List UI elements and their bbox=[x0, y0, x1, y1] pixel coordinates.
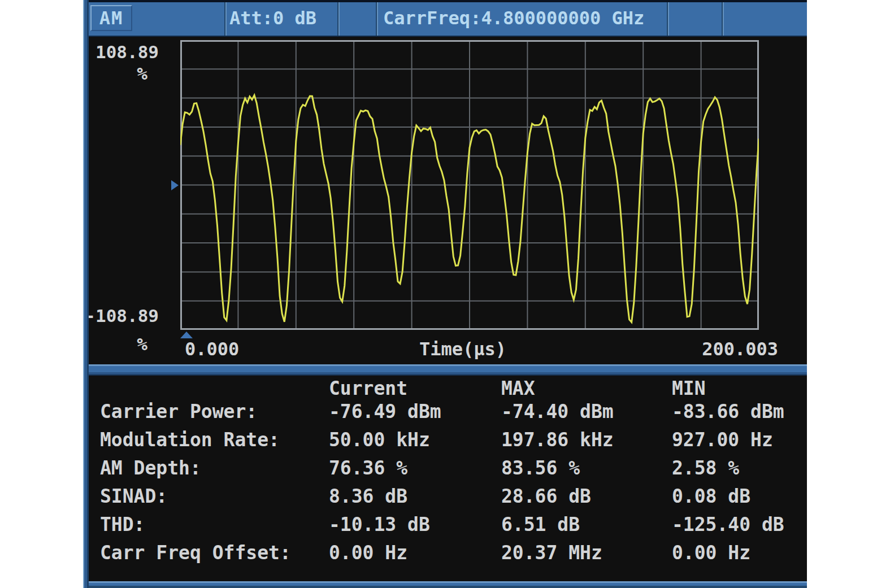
topbar-divider bbox=[337, 2, 340, 36]
waveform-chart bbox=[180, 40, 759, 330]
row-current-value: -10.13 dB bbox=[329, 513, 430, 535]
row-label: Carr Freq Offset: bbox=[100, 542, 291, 564]
top-bar: AM Att:0 dB CarrFreq:4.800000000 GHz bbox=[83, 2, 807, 37]
row-current-value: 0.00 Hz bbox=[329, 542, 407, 564]
row-current-value: 50.00 kHz bbox=[329, 429, 430, 451]
row-min-value: -83.66 dBm bbox=[672, 400, 784, 423]
attenuation-indicator[interactable]: Att:0 dB bbox=[229, 2, 316, 34]
mode-label: AM bbox=[99, 7, 124, 29]
row-max-value: 20.37 MHz bbox=[501, 542, 602, 564]
column-header-current: Current bbox=[329, 377, 407, 399]
y-axis-top-value: 108.89 bbox=[84, 42, 159, 62]
row-current-value: 76.36 % bbox=[329, 457, 407, 479]
row-max-value: -74.40 dBm bbox=[501, 400, 614, 423]
x-axis-start-value: 0.000 bbox=[185, 338, 239, 360]
instrument-screen: AM Att:0 dB CarrFreq:4.800000000 GHz 108… bbox=[83, 0, 807, 588]
table-row: SINAD:8.36 dB28.66 dB0.08 dB bbox=[83, 485, 807, 509]
row-min-value: 927.00 Hz bbox=[672, 429, 773, 451]
bottom-edge-frame bbox=[83, 581, 807, 588]
measurement-table: Current MAX MIN Carrier Power:-76.49 dBm… bbox=[83, 376, 807, 581]
row-label: THD: bbox=[100, 513, 145, 535]
table-row: Modulation Rate:50.00 kHz197.86 kHz927.0… bbox=[83, 429, 807, 452]
table-row: THD:-10.13 dB6.51 dB-125.40 dB bbox=[83, 513, 807, 537]
carrier-frequency-indicator[interactable]: CarrFreq:4.800000000 GHz bbox=[383, 2, 644, 34]
column-header-min: MIN bbox=[672, 377, 706, 399]
column-header-max: MAX bbox=[501, 377, 535, 399]
row-min-value: 0.08 dB bbox=[672, 485, 750, 507]
row-label: AM Depth: bbox=[100, 457, 201, 479]
left-edge-frame bbox=[83, 0, 89, 588]
table-row: Carr Freq Offset:0.00 Hz20.37 MHz0.00 Hz bbox=[83, 542, 807, 565]
page: { "top_bar": { "mode_label": "AM", "atte… bbox=[0, 0, 890, 588]
row-min-value: 0.00 Hz bbox=[672, 542, 750, 564]
table-row: Carrier Power:-76.49 dBm-74.40 dBm-83.66… bbox=[83, 400, 807, 424]
row-max-value: 83.56 % bbox=[501, 457, 580, 479]
topbar-divider bbox=[667, 2, 669, 36]
table-row: AM Depth:76.36 %83.56 %2.58 % bbox=[83, 457, 807, 481]
mode-indicator-am[interactable]: AM bbox=[90, 5, 132, 31]
y-axis-bottom-value: -108.89 bbox=[84, 306, 159, 326]
row-current-value: -76.49 dBm bbox=[329, 400, 441, 423]
topbar-divider bbox=[376, 2, 378, 36]
measurement-table-header: Current MAX MIN bbox=[83, 377, 807, 400]
trigger-start-marker-icon bbox=[180, 332, 193, 338]
row-min-value: -125.40 dB bbox=[672, 513, 784, 535]
y-axis-top-unit: % bbox=[84, 63, 147, 84]
topbar-divider bbox=[224, 2, 227, 36]
row-label: SINAD: bbox=[100, 485, 167, 507]
zero-level-marker-icon bbox=[171, 180, 179, 190]
row-label: Carrier Power: bbox=[100, 400, 257, 423]
row-current-value: 8.36 dB bbox=[329, 485, 407, 507]
row-max-value: 6.51 dB bbox=[501, 513, 580, 535]
panel-separator bbox=[83, 364, 807, 376]
row-min-value: 2.58 % bbox=[672, 457, 739, 479]
row-max-value: 197.86 kHz bbox=[501, 429, 614, 451]
row-label: Modulation Rate: bbox=[100, 429, 280, 451]
topbar-divider bbox=[722, 2, 724, 36]
x-axis-end-value: 200.003 bbox=[698, 338, 778, 360]
y-axis-bottom-unit: % bbox=[84, 334, 147, 354]
x-axis-title: Time(µs) bbox=[418, 338, 508, 360]
row-max-value: 28.66 dB bbox=[501, 485, 591, 507]
